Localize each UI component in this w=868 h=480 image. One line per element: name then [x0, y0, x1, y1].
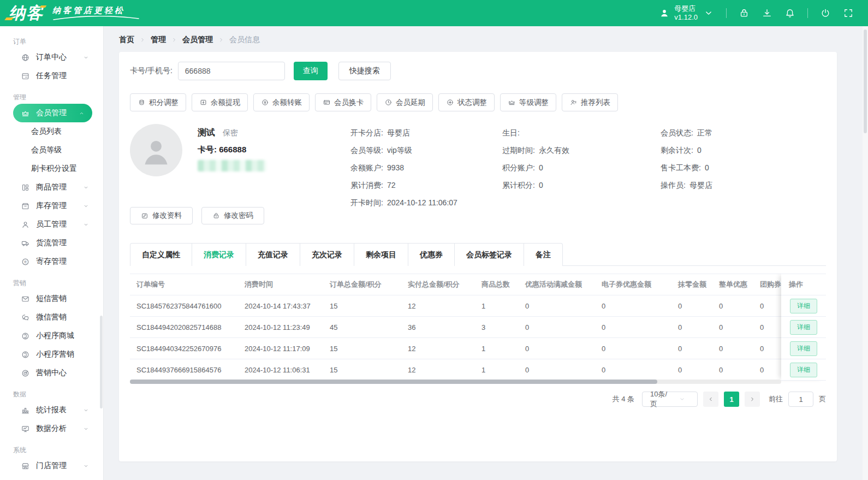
sidebar-item-wechat-marketing[interactable]: 微信营销 [0, 308, 103, 327]
lock-icon [739, 8, 750, 19]
sidebar-item-data-analysis[interactable]: 数据分析 [0, 419, 103, 438]
table-horizontal-scrollbar[interactable] [130, 380, 781, 384]
sidebar-section-label-data: 数据 [13, 390, 103, 399]
withdraw-icon [199, 98, 207, 106]
detail-button[interactable]: 详细 [790, 363, 817, 377]
next-page-button[interactable] [745, 392, 760, 407]
app-version: v1.12.0 [674, 13, 698, 22]
sidebar-item-sms-marketing[interactable]: 短信营销 [0, 289, 103, 308]
status-icon [446, 98, 454, 106]
table-cell: 12 [401, 302, 475, 310]
page-size-value: 10条/页 [650, 389, 671, 409]
crown-icon [508, 98, 516, 106]
breadcrumb-separator-icon [139, 37, 146, 43]
chevron-down-icon [83, 185, 89, 191]
sidebar-section-label-marketing: 营销 [13, 278, 103, 287]
sidebar-item-deposit-management[interactable]: 寄寄存管理 [0, 252, 103, 271]
action-button-level-adjust[interactable]: 等级调整 [500, 93, 556, 111]
tab-remaining-items[interactable]: 剩余项目 [354, 244, 408, 266]
sidebar-item-label: 任务管理 [36, 71, 67, 81]
quick-search-button[interactable]: 快捷搜索 [338, 62, 391, 80]
action-button-member-extend[interactable]: 会员延期 [377, 93, 433, 111]
tab-consumption-records[interactable]: 消费记录 [192, 244, 246, 266]
sidebar-item-statistics-report[interactable]: 统计报表 [0, 401, 103, 419]
header-download-button[interactable] [762, 8, 772, 19]
tab-recharge-records[interactable]: 充值记录 [246, 244, 300, 266]
prev-page-button[interactable] [703, 392, 718, 407]
member-card-no: 卡号: 666888 [198, 145, 266, 155]
sidebar-subitem-member-level[interactable]: 会员等级 [0, 141, 103, 159]
sidebar-item-label: 短信营销 [36, 294, 67, 304]
breadcrumb-separator-icon [171, 37, 177, 43]
goods-icon [21, 183, 30, 192]
action-button-balance-withdraw[interactable]: 余额提现 [192, 93, 248, 111]
breadcrumb-item-member-management[interactable]: 会员管理 [182, 35, 213, 45]
sidebar-item-goods-management[interactable]: 商品管理 [0, 178, 103, 197]
header-logout-button[interactable] [820, 8, 831, 19]
table-cell: 1 [475, 345, 519, 353]
brand-logo[interactable]: 纳客 纳客管店更轻松 [9, 5, 140, 21]
goto-label: 前往 [769, 394, 783, 404]
page-scrollbar[interactable] [863, 26, 868, 480]
tab-coupons[interactable]: 优惠券 [408, 244, 454, 266]
table-cell: 0 [753, 323, 781, 331]
table-cell: SC1844937666915864576 [130, 366, 238, 374]
search-bar: 卡号/手机号: 查询 快捷搜索 [130, 62, 826, 80]
detail-value: 2024-10-12 11:06:07 [387, 198, 457, 207]
header-lock-screen-button[interactable] [739, 8, 750, 19]
search-input[interactable] [178, 62, 285, 80]
sidebar-subitem-member-list[interactable]: 会员列表 [0, 122, 103, 141]
detail-button[interactable]: 详细 [790, 320, 817, 335]
page-size-select[interactable]: 10条/页 [642, 392, 698, 407]
tab-remarks[interactable]: 备注 [524, 244, 562, 266]
tab-member-tag-records[interactable]: 会员标签记录 [454, 244, 524, 266]
sidebar-item-label: 小程序商城 [36, 331, 74, 341]
header-fullscreen-button[interactable] [843, 8, 854, 19]
sidebar-item-store-management[interactable]: 门店管理 [0, 457, 103, 475]
breadcrumb-item-home[interactable]: 首页 [119, 35, 134, 45]
table-cell: 0 [712, 366, 753, 374]
sidebar-item-member-management[interactable]: 会员管理 [13, 104, 92, 122]
table-cell: 0 [712, 345, 753, 353]
header-controls: 母婴店 v1.12.0 [659, 4, 854, 22]
table-cell: 2024-10-12 11:06:31 [238, 366, 323, 374]
goto-page-input[interactable] [788, 392, 813, 407]
sidebar-scrollbar[interactable] [100, 316, 103, 408]
page-scrollbar-thumb[interactable] [864, 29, 867, 133]
action-button-balance-transfer[interactable]: 余额转账 [253, 93, 310, 111]
sidebar-item-logistics-management[interactable]: 货流管理 [0, 234, 103, 252]
action-button-card-replace[interactable]: 会员换卡 [315, 93, 371, 111]
sidebar-item-inventory-management[interactable]: 库存管理 [0, 197, 103, 215]
sidebar-item-miniapp-mall[interactable]: 小程序商城 [0, 327, 103, 345]
sidebar-item-task-management[interactable]: 任务管理 [0, 67, 103, 85]
sidebar-item-label: 员工管理 [36, 220, 67, 229]
store-account-menu[interactable]: 母婴店 v1.12.0 [659, 4, 714, 22]
action-button-points-adjust[interactable]: 积分调整 [130, 93, 186, 111]
breadcrumb-separator-icon [218, 37, 224, 43]
sidebar-item-staff-management[interactable]: 员工管理 [0, 215, 103, 234]
action-button-status-adjust[interactable]: 状态调整 [438, 93, 495, 111]
sidebar-item-miniapp-marketing[interactable]: 小程序营销 [0, 345, 103, 364]
tab-custom-attributes[interactable]: 自定义属性 [130, 244, 192, 266]
table-cell: 0 [671, 366, 712, 374]
detail-button[interactable]: 详细 [790, 341, 817, 356]
header-divider [726, 8, 727, 18]
edit-profile-button[interactable]: 修改资料 [130, 207, 193, 224]
member-detail-row: 会员等级:vip等级 [350, 141, 502, 159]
chevron-down-icon [83, 426, 89, 432]
tab-times-records[interactable]: 充次记录 [300, 244, 354, 266]
sidebar-subitem-card-points-settings[interactable]: 刷卡积分设置 [0, 159, 103, 178]
sidebar-item-marketing-center[interactable]: 营销中心 [0, 364, 103, 382]
breadcrumb-item-management[interactable]: 管理 [151, 35, 166, 45]
query-button[interactable]: 查询 [294, 62, 328, 80]
edit-password-button[interactable]: 修改密码 [201, 207, 264, 224]
sidebar-item-order-center[interactable]: 订单中心 [0, 48, 103, 67]
header-notifications-button[interactable] [784, 8, 795, 19]
card-no-label: 卡号: [198, 145, 217, 154]
action-button-referral-list[interactable]: 推荐列表 [562, 93, 618, 111]
table-fixed-action-column: 操作详细详细详细详细 [781, 274, 826, 381]
scrollbar-thumb[interactable] [130, 380, 657, 384]
detail-button[interactable]: 详细 [790, 299, 817, 313]
staff-icon [21, 220, 30, 229]
page-1-button[interactable]: 1 [724, 392, 739, 407]
